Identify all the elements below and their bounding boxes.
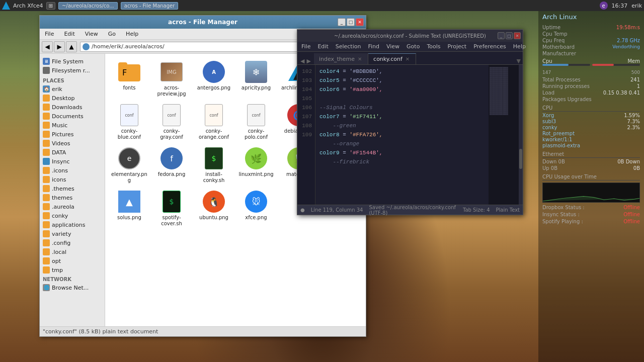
file-item-xfce[interactable]: 🐭 xfce.png — [236, 188, 276, 229]
conky-down-val: 0B Down — [617, 159, 640, 164]
file-item-fonts[interactable]: F fonts — [109, 58, 149, 99]
sidebar-item-applications[interactable]: applications — [40, 220, 105, 229]
sidebar-item-conky[interactable]: conky — [40, 211, 105, 220]
sublime-window: ~/.aureola/acros/conky.conf - Sublime Te… — [297, 29, 523, 215]
minimize-button[interactable]: _ — [338, 18, 346, 26]
sidebar-item-downloads[interactable]: Downloads — [40, 103, 105, 112]
file-item-install-conky[interactable]: $ install-conky.sh — [194, 144, 234, 186]
sidebar-item-erik[interactable]: 🏠 erik — [40, 84, 105, 94]
sublime-close[interactable]: ✕ — [514, 32, 521, 39]
up-button[interactable]: ▲ — [66, 41, 77, 52]
sidebar-item-insync[interactable]: Insync — [40, 157, 105, 166]
menu-file[interactable]: File — [42, 30, 57, 38]
sidebar-item-pictures[interactable]: Pictures — [40, 130, 105, 139]
resource-bars — [542, 64, 640, 68]
png-icon-ubuntu: 🐧 — [202, 190, 226, 214]
doc-icon-conky-blue: conf — [117, 103, 141, 127]
menu-go[interactable]: Go — [105, 30, 119, 38]
sub-menu-tools[interactable]: Tools — [425, 43, 442, 50]
sublime-tabs: ◀ ▶ index_theme ✕ conky.conf ✕ ▼ — [297, 52, 523, 65]
tab-conky-conf[interactable]: conky.conf ✕ — [368, 53, 416, 64]
window-controls: _ □ ✕ — [338, 18, 364, 26]
tab-label: index_theme — [319, 56, 355, 62]
sub-menu-selection[interactable]: Selection — [334, 43, 363, 50]
file-item-solus[interactable]: ▲ solus.png — [109, 188, 149, 229]
network-label: NETWORK — [40, 275, 105, 283]
sidebar-item-config[interactable]: .config — [40, 238, 105, 247]
taskbar-item-filemanager[interactable]: acros - File Manager — [121, 2, 179, 10]
sidebar-item-documents[interactable]: Documents — [40, 112, 105, 121]
sub-menu-preferences[interactable]: Preferences — [471, 43, 508, 50]
file-item-spotify-cover[interactable]: $ spotify-cover.sh — [151, 188, 192, 229]
sidebar-item-videos[interactable]: Videos — [40, 139, 105, 148]
menu-edit[interactable]: Edit — [61, 30, 77, 38]
file-label: fedora.png — [158, 171, 186, 177]
sidebar-item-icons-dot[interactable]: .icons — [40, 166, 105, 175]
tab-close-conky[interactable]: ✕ — [405, 56, 411, 62]
sub-menu-project[interactable]: Project — [446, 43, 469, 50]
sub-menu-help[interactable]: Help — [511, 43, 528, 50]
sidebar-item-filesystem[interactable]: 🖥 File System — [40, 57, 105, 66]
workspace-indicator[interactable]: ⊞ — [46, 2, 55, 10]
close-button[interactable]: ✕ — [356, 18, 364, 26]
sidebar-item-desktop[interactable]: Desktop — [40, 94, 105, 103]
sidebar-item-aureola[interactable]: .aureola — [40, 202, 105, 211]
menu-view[interactable]: View — [82, 30, 101, 38]
sublime-minimize[interactable]: _ — [498, 32, 505, 39]
file-item-fedora[interactable]: f fedora.png — [151, 144, 192, 186]
tab-nav-left[interactable]: ◀ — [299, 58, 305, 64]
sidebar-item-data[interactable]: DATA — [40, 148, 105, 157]
file-item-ubuntu[interactable]: 🐧 ubuntu.png — [194, 188, 234, 229]
sidebar-item-browse-network[interactable]: 🌐 Browse Net... — [40, 283, 105, 292]
conky-proc-rot: Rot_preempt — [542, 131, 640, 136]
tab-index-theme[interactable]: index_theme ✕ — [314, 53, 368, 64]
conky-label-load: Load — [542, 90, 554, 96]
sub-menu-view[interactable]: View — [384, 43, 401, 50]
file-item-conky-orange[interactable]: conf conky-orange.conf — [194, 101, 234, 142]
sidebar-item-local[interactable]: .local — [40, 247, 105, 256]
file-item-antergos[interactable]: A antergos.png — [194, 58, 234, 99]
tab-nav-right[interactable]: ▶ — [305, 58, 311, 64]
maximize-button[interactable]: □ — [347, 18, 355, 26]
tab-dropdown[interactable]: ▼ — [515, 58, 523, 64]
code-editor[interactable]: color4 = '#BDBDBD', color5 = '#CCCCCC', … — [315, 65, 489, 205]
sub-menu-goto[interactable]: Goto — [405, 43, 422, 50]
conky-ethernet-section: Ethernet — [542, 151, 640, 158]
sidebar-item-music[interactable]: Music — [40, 121, 105, 130]
taskbar-left: Arch Xfce4 ⊞ ~/aureola/acros/co... acros… — [2, 2, 178, 10]
file-item-conky-gray[interactable]: conf conky-gray.conf — [151, 101, 192, 142]
tab-close-index[interactable]: ✕ — [357, 56, 363, 62]
back-button[interactable]: ◀ — [42, 41, 53, 52]
file-item-conky-polo[interactable]: conf conky-polo.conf — [236, 101, 276, 142]
file-item-apricity[interactable]: ❄ apricity.png — [236, 58, 276, 99]
conky-row-cpufreq: Cpu Freq 2.78 GHz — [542, 38, 640, 43]
forward-button[interactable]: ▶ — [54, 41, 65, 52]
sidebar-item-icons[interactable]: icons — [40, 175, 105, 184]
sidebar-item-tmp[interactable]: tmp — [40, 265, 105, 275]
sub-menu-edit[interactable]: Edit — [315, 43, 330, 50]
file-item-elementary[interactable]: e elementary.png — [109, 144, 149, 186]
sublime-maximize[interactable]: □ — [506, 32, 513, 39]
sidebar-item-opt[interactable]: opt — [40, 256, 105, 265]
sublime-scrollbar[interactable] — [519, 65, 523, 205]
minimap: ████████████████ ████████████████ ██████… — [489, 65, 519, 205]
file-item-conky-blue[interactable]: conf conky-blue.conf — [109, 101, 149, 142]
conky-label-cputemp: Cpu Temp — [542, 31, 568, 37]
file-item-acros-preview[interactable]: IMG acros-preview.jpg — [151, 58, 192, 99]
scroll-thumb[interactable] — [519, 149, 522, 169]
sidebar-item-filesystem2[interactable]: Filesystem r... — [40, 66, 105, 75]
menu-help[interactable]: Help — [123, 30, 141, 38]
taskbar: Arch Xfce4 ⊞ ~/aureola/acros/co... acros… — [0, 0, 644, 11]
conky-load: Load 0.15 0.38 0.41 — [542, 90, 640, 96]
sub-menu-find[interactable]: Find — [366, 43, 381, 50]
bar-labels: Cpu Mem — [542, 58, 640, 64]
cpu-bar-label: Cpu — [542, 58, 552, 64]
file-item-linuxmint[interactable]: 🌿 linuxmint.png — [236, 144, 276, 186]
sub-menu-file[interactable]: File — [299, 43, 312, 50]
file-label: conky-gray.conf — [153, 128, 190, 140]
taskbar-item-sublime[interactable]: ~/aureola/acros/co... — [58, 2, 118, 10]
sidebar-item-variety[interactable]: variety — [40, 229, 105, 238]
conky-value-load: 0.15 0.38 0.41 — [603, 90, 640, 96]
sidebar-item-themes-dot[interactable]: .themes — [40, 184, 105, 193]
sidebar-item-themes[interactable]: themes — [40, 193, 105, 202]
